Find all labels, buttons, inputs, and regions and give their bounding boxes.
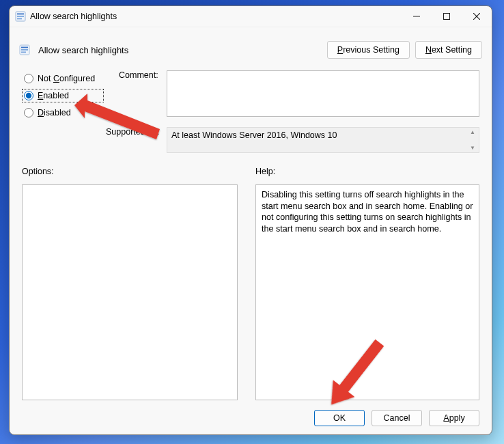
titlebar: Allow search highlights — [10, 6, 492, 27]
state-radios: Not Configured Enabled Disabled — [22, 72, 104, 123]
previous-setting-button[interactable]: Previous Setting — [327, 41, 410, 59]
svg-rect-11 — [21, 52, 26, 53]
maximize-button[interactable] — [432, 6, 462, 27]
radio-disabled-input[interactable] — [24, 108, 33, 117]
radio-disabled[interactable]: Disabled — [22, 106, 104, 120]
svg-rect-9 — [21, 47, 28, 48]
apply-button[interactable]: Apply — [429, 410, 479, 426]
next-setting-button[interactable]: Next Setting — [415, 41, 482, 59]
supported-on-label: Supported on: — [106, 127, 160, 137]
help-label: Help: — [255, 167, 275, 176]
comment-field[interactable] — [167, 70, 479, 117]
ok-button[interactable]: OK — [314, 410, 365, 426]
radio-enabled[interactable]: Enabled — [22, 89, 104, 102]
radio-not-configured[interactable]: Not Configured — [22, 72, 104, 85]
radio-enabled-input[interactable] — [24, 91, 33, 100]
dialog-buttons: OK Cancel Apply — [314, 410, 479, 426]
radio-label: Not Configured — [38, 74, 95, 83]
policy-header-icon — [19, 44, 30, 55]
radio-label: Enabled — [38, 91, 69, 100]
policy-icon — [15, 11, 26, 22]
svg-rect-1 — [17, 14, 24, 15]
scrollbar-icon: ▲▼ — [468, 129, 477, 151]
radio-label: Disabled — [38, 108, 71, 117]
svg-rect-2 — [17, 16, 24, 17]
window-title: Allow search highlights — [30, 12, 117, 21]
minimize-button[interactable] — [402, 6, 432, 27]
supported-on-value: At least Windows Server 2016, Windows 10 — [171, 130, 337, 140]
close-button[interactable] — [462, 6, 492, 27]
group-policy-dialog: Allow search highlights Allow search hig… — [9, 5, 492, 435]
comment-label: Comment: — [119, 70, 158, 80]
svg-rect-3 — [17, 18, 22, 20]
svg-rect-5 — [444, 14, 450, 20]
radio-not-configured-input[interactable] — [24, 74, 33, 83]
options-panel — [22, 184, 238, 400]
supported-on-field: At least Windows Server 2016, Windows 10… — [167, 127, 479, 153]
options-label: Options: — [22, 167, 54, 176]
svg-rect-10 — [21, 49, 28, 51]
policy-heading: Allow search highlights — [38, 45, 128, 55]
help-panel: Disabling this setting turns off search … — [255, 184, 479, 400]
cancel-button[interactable]: Cancel — [372, 410, 422, 426]
help-text: Disabling this setting turns off search … — [262, 190, 473, 234]
